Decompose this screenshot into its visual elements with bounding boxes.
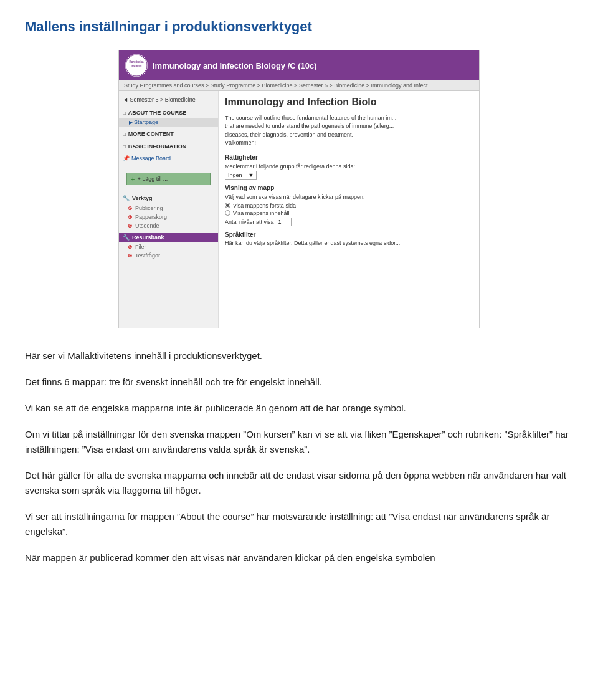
sc-more-icon: □ — [123, 132, 126, 137]
sc-logo: Karolinska Institutet — [125, 54, 148, 77]
sc-lang-text: Här kan du välja språkfilter. Detta gäll… — [225, 240, 473, 246]
sc-resources-icon: 🔧 — [123, 234, 130, 241]
sc-lang-label: Språkfilter — [225, 231, 473, 238]
sc-startpage-item[interactable]: ▶Startpage — [119, 118, 218, 127]
svg-text:Institutet: Institutet — [131, 64, 143, 67]
page-title: Mallens inställningar i produktionsverkt… — [25, 19, 573, 35]
sc-plus-icon: + — [131, 175, 135, 183]
sc-folder-view: Visning av mapp Välj vad som ska visas n… — [225, 185, 473, 226]
sc-more-section: □ MORE CONTENT — [119, 129, 218, 139]
sc-tools-icon: 🔧 — [123, 195, 130, 201]
body-intro: Här ser vi Mallaktivitetens innehåll i p… — [25, 348, 573, 363]
sc-more-label: MORE CONTENT — [128, 131, 174, 137]
sc-arrow-icon: ▶ — [129, 120, 133, 125]
sc-publishing-item[interactable]: ⊗ Publicering — [119, 204, 218, 213]
sc-radio-contents[interactable]: Visa mappens innehåll — [225, 210, 473, 216]
sc-trash-label: Papperskorg — [135, 214, 167, 220]
sc-x-icon-2: ⊗ — [128, 214, 133, 220]
sc-add-label: + Lägg till ... — [137, 176, 168, 182]
sc-message-board-label: Message Board — [131, 155, 171, 161]
body-maps: Det finns 6 mappar: tre för svenskt inne… — [25, 375, 573, 390]
sc-tools-heading: 🔧 Verktyg — [119, 193, 218, 204]
sc-main-description: The course will outline those fundamenta… — [225, 114, 473, 148]
sc-dropdown-arrow: ▼ — [249, 172, 254, 178]
sc-x-icon-1: ⊗ — [128, 205, 133, 211]
sc-semester-nav: ◄ Semester 5 > Biomedicine — [119, 95, 218, 105]
svg-text:Karolinska: Karolinska — [129, 60, 144, 64]
sc-folder-sublabel: Välj vad som ska visas när deltagare kli… — [225, 194, 473, 200]
body-settings: Om vi tittar på inställningar för den sv… — [25, 427, 573, 457]
body-applies: Det här gäller för alla de svenska mappa… — [25, 468, 573, 498]
sc-sidebar: ◄ Semester 5 > Biomedicine □ ABOUT THE C… — [119, 91, 219, 328]
body-about: Vi ser att inställningarna för mappen ”A… — [25, 509, 573, 539]
sc-dropdown[interactable]: Ingen ▼ — [225, 171, 257, 180]
body-published: När mappen är publicerad kommer den att … — [25, 550, 573, 565]
sc-main-title: Immunology and Infection Biolo — [225, 96, 473, 109]
sc-testfragor-item[interactable]: ⊗ Testfrågor — [119, 251, 218, 260]
sc-header: Karolinska Institutet Immunology and Inf… — [119, 50, 479, 80]
sc-about-icon: □ — [123, 110, 126, 116]
sc-files-item[interactable]: ⊗ Filer — [119, 242, 218, 251]
sc-pin-icon: 📌 — [123, 155, 130, 161]
sc-x-icon-3: ⊗ — [128, 223, 133, 229]
sc-rights-section: Rättigheter Medlemmar i följande grupp f… — [225, 154, 473, 180]
sc-dropdown-value: Ingen — [228, 172, 242, 178]
sc-files-label: Filer — [135, 244, 146, 250]
sc-trash-item[interactable]: ⊗ Papperskorg — [119, 213, 218, 221]
sc-main-content: Immunology and Infection Biolo The cours… — [219, 91, 479, 328]
sc-contents-label: Visa mappens innehåll — [233, 210, 289, 216]
sc-rights-label: Rättigheter — [225, 154, 473, 161]
sc-levels-input[interactable] — [277, 218, 292, 226]
sc-about-section: □ ABOUT THE COURSE ▶Startpage — [119, 108, 218, 127]
sc-appearance-label: Utseende — [135, 223, 159, 229]
sc-tools-label: Verktyg — [132, 195, 153, 201]
sc-publishing-label: Publicering — [135, 205, 163, 211]
sc-header-title: Immunology and Infection Biology /C (10c… — [153, 61, 317, 70]
sc-folder-label: Visning av mapp — [225, 185, 473, 191]
sc-testfragor-label: Testfrågor — [135, 252, 160, 259]
sc-basic-icon: □ — [123, 144, 126, 150]
sc-radio-unchecked-icon — [225, 210, 230, 216]
sc-levels-row: Antal nivåer att visa — [225, 218, 473, 226]
sc-appearance-item[interactable]: ⊗ Utseende — [119, 221, 218, 230]
sc-levels-label: Antal nivåer att visa — [225, 219, 274, 225]
sc-add-button[interactable]: + + Lägg till ... — [126, 173, 211, 185]
sc-breadcrumb: Study Programmes and courses > Study Pro… — [119, 80, 479, 91]
sc-x-icon-4: ⊗ — [128, 244, 133, 250]
sc-body: ◄ Semester 5 > Biomedicine □ ABOUT THE C… — [119, 91, 479, 328]
sc-message-board-item[interactable]: 📌 Message Board — [119, 154, 218, 163]
sc-lang-filter: Språkfilter Här kan du välja språkfilter… — [225, 231, 473, 246]
screenshot-container: Karolinska Institutet Immunology and Inf… — [25, 50, 573, 328]
sc-more-heading[interactable]: □ MORE CONTENT — [119, 129, 218, 139]
sc-radio-first-page[interactable]: Visa mappens första sida — [225, 203, 473, 209]
sc-about-label: ABOUT THE COURSE — [128, 110, 187, 116]
sc-resources-heading: 🔧 Resursbank — [119, 233, 218, 242]
sc-add-btn-container: + + Lägg till ... — [123, 173, 214, 185]
sc-resources-label: Resursbank — [132, 234, 164, 241]
sc-x-icon-5: ⊗ — [128, 252, 133, 259]
screenshot-image: Karolinska Institutet Immunology and Inf… — [118, 50, 480, 328]
sc-radio-checked-icon — [225, 203, 230, 208]
sc-basic-label: BASIC INFORMATION — [128, 143, 186, 150]
sc-rights-sublabel: Medlemmar i följande grupp får redigera … — [225, 163, 473, 170]
sc-basic-section: □ BASIC INFORMATION — [119, 141, 218, 151]
sc-basic-heading[interactable]: □ BASIC INFORMATION — [119, 141, 218, 151]
sc-about-heading[interactable]: □ ABOUT THE COURSE — [119, 108, 218, 118]
body-orange: Vi kan se att de engelska mapparna inte … — [25, 401, 573, 416]
sc-first-page-label: Visa mappens första sida — [233, 203, 296, 209]
